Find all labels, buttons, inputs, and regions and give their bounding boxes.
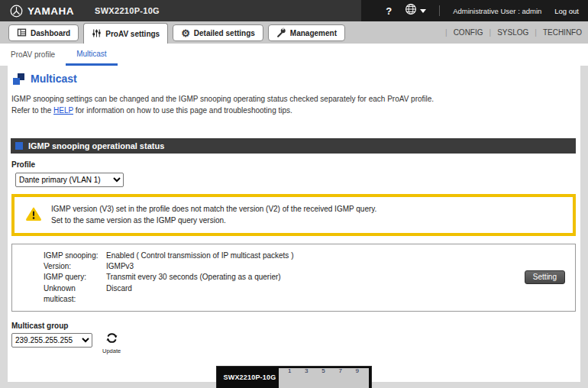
refresh-icon	[106, 332, 118, 347]
update-button[interactable]: Update	[102, 332, 121, 354]
yamaha-logo-icon	[10, 5, 23, 18]
switch-graphic: SWX2210P-10G 1 2 3 Q 4 5 6 7	[216, 366, 372, 388]
description-line-1: IGMP snooping settings can be changed an…	[11, 94, 577, 105]
port-column: 5 6	[316, 367, 331, 388]
page-title-icon	[13, 73, 24, 85]
brand-name: YAMAHA	[27, 5, 74, 17]
logged-in-user: Administrative User : admin	[453, 7, 541, 15]
warning-text: IGMP version (V3) set in the profile doe…	[51, 204, 376, 226]
multicast-group-label: Multicast group	[11, 322, 577, 330]
brand: YAMAHA	[0, 5, 74, 18]
description-line-2: Refer to the HELP for information on how…	[11, 105, 577, 117]
multicast-group-row: 239.255.255.255 Update	[11, 333, 577, 354]
sub-tab-bar: ProAV profile Multicast	[0, 44, 588, 66]
wrench-icon	[276, 27, 286, 39]
tab-label: Detailed settings	[194, 29, 255, 37]
tab-label: Dashboard	[31, 29, 70, 37]
profile-select[interactable]: Dante primary (VLAN 1)	[15, 173, 124, 187]
section-header: IGMP snooping operational status	[11, 138, 576, 154]
section-bullet-icon	[15, 142, 23, 150]
dashboard-icon	[17, 27, 27, 39]
help-link[interactable]: HELP	[53, 106, 73, 115]
status-row: IGMP snooping: Enabled ( Control transmi…	[44, 251, 567, 261]
tab-detailed-settings[interactable]: ⚙ Detailed settings	[173, 24, 263, 41]
globe-icon	[405, 3, 417, 18]
techinfo-link[interactable]: TECHINFO	[543, 28, 582, 37]
port-column: 3 Q 4	[299, 367, 314, 388]
setting-button[interactable]: Setting	[525, 270, 565, 284]
tab-label: ProAV settings	[105, 30, 160, 38]
subtab-proav-profile[interactable]: ProAV profile	[0, 44, 66, 66]
warning-banner: IGMP version (V3) set in the profile doe…	[11, 194, 576, 236]
profile-label: Profile	[11, 160, 577, 169]
chevron-down-icon	[420, 9, 426, 13]
subtab-multicast[interactable]: Multicast	[66, 44, 117, 66]
gear-icon: ⚙	[181, 28, 190, 38]
tab-dashboard[interactable]: Dashboard	[8, 24, 79, 41]
switch-model-label: SWX2210P-10G	[224, 373, 276, 381]
main-tab-bar: Dashboard ProAV settings ⚙ Detailed sett…	[0, 21, 588, 44]
page-title-row: Multicast	[13, 73, 577, 85]
multicast-group-select[interactable]: 239.255.255.255	[11, 333, 92, 348]
device-model: SWX2210P-10G	[95, 6, 160, 15]
section-title: IGMP snooping operational status	[28, 141, 164, 150]
page-title: Multicast	[31, 73, 77, 85]
logout-button[interactable]: Log out	[554, 7, 579, 15]
port-column: 9 10	[350, 367, 364, 388]
igmp-status-box: IGMP snooping: Enabled ( Control transmi…	[11, 244, 576, 312]
divider	[439, 5, 440, 16]
status-row: Version: IGMPv3	[44, 261, 567, 272]
syslog-link[interactable]: SYSLOG	[497, 28, 528, 37]
top-right-cluster: ? Administrative User : admin Log out	[361, 0, 588, 21]
sliders-icon	[92, 28, 102, 40]
tab-management[interactable]: Management	[268, 24, 345, 41]
tab-label: Management	[290, 29, 337, 37]
page-description: IGMP snooping settings can be changed an…	[11, 94, 577, 116]
warning-icon	[26, 207, 41, 224]
tab-proav-settings[interactable]: ProAV settings	[83, 23, 168, 44]
content-panel: Multicast IGMP snooping settings can be …	[8, 66, 580, 382]
port-column: 1 2	[283, 367, 297, 388]
port-column: 7 8	[333, 367, 347, 388]
status-row: Unknown multicast: Discard	[44, 283, 567, 305]
help-icon[interactable]: ?	[386, 5, 392, 17]
status-row: IGMP query: Transmit every 30 seconds (O…	[44, 272, 567, 283]
top-bar: YAMAHA SWX2210P-10G ? Administrative Use…	[0, 0, 588, 21]
config-link[interactable]: CONFIG	[454, 28, 483, 37]
port-panel: 1 2 3 Q 4 5 6 7 8	[279, 368, 369, 388]
toolbar-links: | CONFIG | SYSLOG | TECHINFO	[439, 21, 582, 44]
language-selector[interactable]	[405, 3, 426, 18]
